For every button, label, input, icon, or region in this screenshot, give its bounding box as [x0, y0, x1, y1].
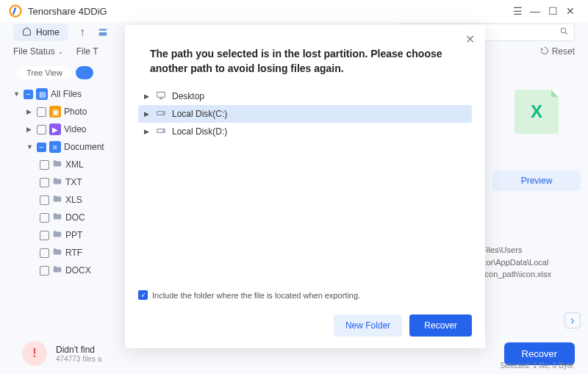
svg-point-8 — [163, 130, 164, 131]
disk-icon — [156, 126, 166, 138]
path-local-d[interactable]: ▶ Local Disk(D:) — [138, 123, 472, 140]
new-folder-button[interactable]: New Folder — [334, 314, 402, 337]
path-desktop[interactable]: ▶ Desktop — [138, 87, 472, 105]
modal-actions: New Folder Recover — [125, 306, 485, 348]
disk-icon — [156, 108, 166, 121]
modal-recover-button[interactable]: Recover — [409, 314, 472, 337]
path-list: ▶ Desktop ▶ Local Disk(C:) ▶ Local Disk(… — [125, 87, 485, 284]
expand-icon: ▶ — [144, 128, 150, 135]
modal-overlay: ✕ The path you selected is in the lost p… — [0, 0, 588, 374]
desktop-icon — [156, 90, 166, 103]
path-chooser-modal: ✕ The path you selected is in the lost p… — [125, 25, 485, 348]
expand-icon: ▶ — [144, 93, 150, 100]
svg-rect-4 — [157, 92, 165, 97]
include-folder-option[interactable]: ✓ Include the folder where the file is l… — [125, 284, 485, 306]
close-modal-icon[interactable]: ✕ — [465, 32, 475, 46]
path-local-c[interactable]: ▶ Local Disk(C:) — [138, 105, 472, 123]
svg-point-6 — [163, 112, 164, 113]
expand-icon: ▶ — [144, 110, 150, 118]
modal-message: The path you selected is in the lost par… — [125, 25, 485, 87]
include-checkbox[interactable]: ✓ — [138, 290, 148, 300]
